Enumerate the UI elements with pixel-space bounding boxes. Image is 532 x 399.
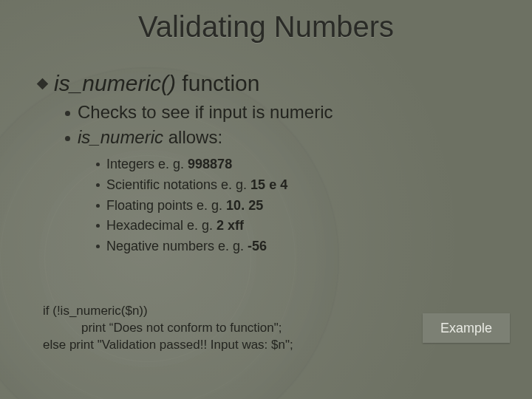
slide: Validating Numbers is_numeric() function… [0,0,532,399]
function-name: is_numeric() [54,71,176,95]
bullet-label: Floating points e. g. [106,198,226,213]
disc-bullet-icon [96,183,100,187]
bullet-level-1: is_numeric() function [38,71,497,96]
disc-bullet-icon [65,111,70,116]
bullet-text: allows: [163,127,222,147]
bullet-value: 15 e 4 [250,177,287,192]
code-snippet: if (!is_numeric($n)) print “Does not con… [43,303,390,354]
bullet-value: 10. 25 [226,198,263,213]
bullet-value: 998878 [188,157,232,171]
slide-title: Validating Numbers [0,10,532,44]
disc-bullet-icon [96,224,100,228]
function-suffix: function [176,71,259,95]
bullet-level-3-item: Integers e. g. 998878 [96,154,497,175]
disc-bullet-icon [96,163,100,166]
disc-bullet-icon [96,204,100,208]
disc-bullet-icon [96,245,100,248]
bullet-level-3-item: Floating points e. g. 10. 25 [96,196,497,216]
function-name-inline: is_numeric [78,127,163,147]
bullet-value: 2 xff [216,218,244,233]
bullet-level-2-item: Checks to see if input is numeric [65,100,497,124]
bullet-level-2-group: Checks to see if input is numeric is_num… [65,100,497,150]
bullet-value: -56 [248,239,267,253]
bullet-label: Integers e. g. [106,157,188,171]
bullet-text: Checks to see if input is numeric [78,102,332,122]
disc-bullet-icon [65,136,70,141]
slide-body: is_numeric() function Checks to see if i… [38,71,497,257]
bullet-level-3-item: Hexadecimal e. g. 2 xff [96,216,497,236]
bullet-level-3-group: Integers e. g. 998878 Scientific notatio… [96,154,497,257]
bullet-level-3-item: Scientific notations e. g. 15 e 4 [96,175,497,196]
bullet-label: Hexadecimal e. g. [106,218,216,233]
bullet-level-3-item: Negative numbers e. g. -56 [96,236,497,257]
diamond-bullet-icon [37,78,49,90]
bullet-level-2-item: is_numeric allows: [65,126,497,149]
bullet-label: Scientific notations e. g. [106,177,250,192]
bullet-label: Negative numbers e. g. [106,239,248,253]
example-button[interactable]: Example [423,313,510,343]
